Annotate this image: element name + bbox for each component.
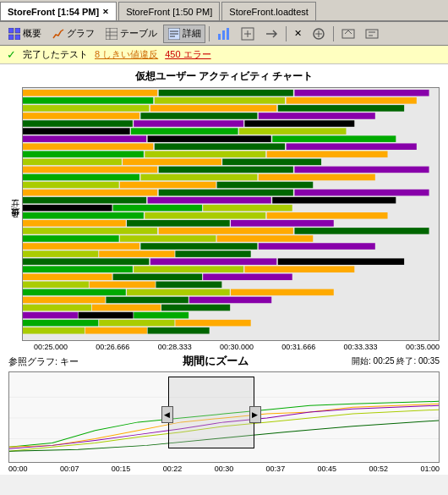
table-icon — [105, 27, 118, 41]
overview-label: 概要 — [23, 27, 41, 40]
toolbar-btn3[interactable] — [260, 25, 282, 43]
ref-x-4: 00:30 — [215, 465, 234, 473]
svg-rect-93 — [23, 266, 133, 272]
svg-rect-0 — [8, 28, 14, 33]
svg-rect-80 — [294, 228, 429, 234]
svg-rect-60 — [23, 182, 119, 189]
svg-rect-67 — [148, 197, 271, 204]
svg-rect-31 — [150, 105, 276, 112]
selector-right-handle[interactable]: ▶ — [249, 406, 261, 423]
toolbar-btn5[interactable] — [308, 25, 330, 43]
svg-rect-4 — [106, 28, 117, 40]
selector-left-handle[interactable]: ◀ — [161, 406, 173, 423]
toolbar-btn7[interactable] — [361, 25, 383, 43]
svg-rect-51 — [23, 159, 122, 166]
svg-rect-79 — [159, 228, 293, 234]
svg-rect-71 — [203, 205, 292, 212]
svg-rect-52 — [123, 159, 221, 166]
svg-rect-61 — [120, 182, 216, 189]
svg-rect-78 — [23, 228, 157, 234]
ref-label: 参照グラフ: キー — [8, 355, 79, 368]
svg-rect-39 — [23, 128, 130, 135]
svg-rect-103 — [127, 289, 230, 296]
svg-rect-1 — [15, 28, 20, 33]
toolbar-btn4[interactable]: ✕ — [290, 25, 306, 43]
x-label-4: 00:31.666 — [281, 343, 315, 351]
svg-rect-75 — [23, 220, 126, 227]
tab-2-label: StoreFront [1:50 PM] — [126, 7, 212, 17]
svg-rect-83 — [217, 235, 314, 242]
svg-rect-90 — [23, 258, 149, 265]
svg-rect-94 — [134, 266, 243, 272]
toolbar-btn2[interactable] — [237, 25, 259, 43]
svg-rect-3 — [15, 35, 20, 40]
svg-rect-110 — [161, 305, 230, 311]
svg-rect-27 — [23, 97, 153, 104]
svg-rect-2 — [8, 35, 14, 40]
toolbar-btn6[interactable] — [337, 25, 359, 43]
error-link[interactable]: 450 エラー — [165, 48, 210, 61]
svg-rect-87 — [23, 250, 98, 257]
svg-rect-13 — [222, 30, 225, 40]
svg-rect-28 — [155, 97, 285, 104]
tab-bar: StoreFront [1:54 PM] ✕ StoreFront [1:50 … — [0, 0, 448, 22]
svg-rect-62 — [217, 182, 314, 189]
x-label-2: 00:28.333 — [158, 343, 192, 351]
svg-rect-98 — [203, 274, 292, 281]
graph-label: グラフ — [67, 27, 95, 40]
x-label-5: 00:33.333 — [344, 343, 378, 351]
svg-rect-45 — [23, 143, 153, 150]
selector-box[interactable] — [168, 377, 254, 448]
svg-rect-58 — [140, 174, 257, 181]
chart-area[interactable] — [22, 87, 440, 341]
vuser-chart-container: 仮想ユーザー — [8, 87, 440, 341]
svg-rect-50 — [267, 151, 388, 158]
svg-rect-46 — [155, 143, 285, 150]
svg-rect-88 — [99, 250, 174, 257]
svg-rect-118 — [85, 327, 147, 334]
x-axis: 00:25.000 00:26.666 00:28.333 00:30.000 … — [8, 341, 440, 351]
ref-range-label: 開始: 00:25 終了: 00:35 — [352, 355, 440, 367]
tab-1-close[interactable]: ✕ — [102, 8, 109, 16]
svg-rect-119 — [148, 327, 210, 334]
ref-chart-container[interactable]: ◀ ▶ — [8, 371, 440, 463]
svg-rect-32 — [278, 105, 404, 112]
tab-3[interactable]: StoreFront.loadtest — [221, 2, 316, 20]
svg-rect-86 — [259, 243, 375, 250]
svg-rect-29 — [287, 97, 417, 104]
svg-rect-114 — [23, 320, 98, 327]
tab-1[interactable]: StoreFront [1:54 PM] ✕ — [0, 2, 117, 20]
ref-x-6: 00:45 — [318, 465, 337, 473]
svg-rect-48 — [23, 151, 144, 158]
svg-rect-111 — [23, 312, 78, 319]
svg-rect-30 — [23, 105, 149, 112]
y-axis-label: 仮想ユーザー — [8, 87, 22, 341]
svg-rect-24 — [23, 90, 157, 96]
status-bar: ✓ 完了したテスト 8 しきい値違反 450 エラー — [0, 46, 448, 64]
ref-x-3: 00:22 — [163, 465, 183, 473]
ref-x-2: 00:15 — [112, 465, 131, 473]
svg-rect-57 — [23, 174, 139, 181]
svg-rect-35 — [259, 113, 375, 119]
toolbar-chart-btn[interactable] — [213, 25, 235, 43]
overview-button[interactable]: 概要 — [3, 25, 46, 43]
svg-rect-69 — [23, 205, 112, 212]
threshold-link[interactable]: 8 しきい値違反 — [95, 48, 158, 61]
tab-2[interactable]: StoreFront [1:50 PM] — [118, 2, 220, 20]
svg-rect-63 — [23, 190, 157, 196]
table-button[interactable]: テーブル — [101, 25, 161, 43]
svg-rect-33 — [23, 113, 139, 119]
detail-icon — [167, 27, 181, 41]
svg-rect-77 — [231, 220, 334, 227]
svg-rect-74 — [267, 212, 388, 219]
toolbar: 概要 グラフ テーブル — [0, 22, 448, 46]
tab-1-label: StoreFront [1:54 PM] — [8, 7, 99, 17]
detail-button[interactable]: 詳細 — [163, 25, 205, 43]
ref-x-8: 01:00 — [420, 465, 440, 473]
x-label-0: 00:25.000 — [34, 343, 68, 351]
ref-zoom-label: 期間にズーム — [79, 354, 352, 369]
graph-button[interactable]: グラフ — [47, 25, 99, 43]
tab-3-label: StoreFront.loadtest — [229, 7, 309, 17]
svg-rect-105 — [23, 297, 105, 304]
svg-rect-36 — [23, 120, 133, 127]
